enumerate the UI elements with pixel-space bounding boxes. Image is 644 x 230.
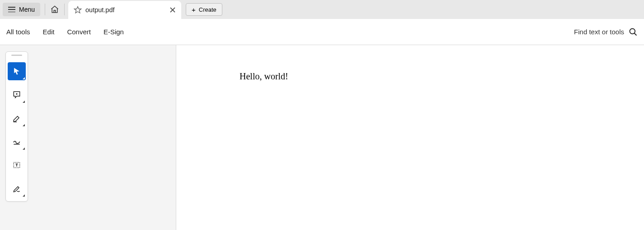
fill-sign-tool[interactable]	[8, 179, 26, 198]
svg-line-4	[635, 33, 637, 35]
search-label: Find text or tools	[574, 28, 624, 36]
comment-tool[interactable]	[8, 86, 26, 104]
home-icon	[50, 5, 59, 14]
text-box-icon	[12, 161, 21, 170]
separator	[64, 4, 65, 15]
search-icon	[629, 28, 638, 37]
tab-title: output.pdf	[85, 6, 165, 14]
hamburger-icon	[8, 7, 15, 12]
tool-panel	[5, 51, 28, 202]
select-tool[interactable]	[8, 62, 26, 80]
content-area: Hello, world!	[0, 45, 644, 230]
toolbar-item-edit[interactable]: Edit	[43, 28, 55, 36]
search-button[interactable]: Find text or tools	[574, 28, 638, 37]
draw-tool[interactable]	[8, 133, 26, 151]
drag-handle[interactable]	[11, 55, 22, 56]
create-label: Create	[199, 6, 216, 13]
sidebar-column	[0, 45, 176, 230]
toolbar-item-esign[interactable]: E-Sign	[103, 28, 124, 36]
text-box-tool[interactable]	[8, 156, 26, 174]
home-button[interactable]	[47, 3, 62, 16]
menu-label: Menu	[19, 6, 35, 13]
sign-icon	[12, 184, 21, 193]
separator	[45, 4, 45, 15]
document-page[interactable]: Hello, world!	[176, 45, 644, 230]
comment-icon	[12, 90, 21, 99]
highlight-tool[interactable]	[8, 109, 26, 127]
close-icon	[170, 7, 175, 13]
toolbar-item-convert[interactable]: Convert	[67, 28, 91, 36]
utility-toolbar: All tools Edit Convert E-Sign Find text …	[0, 19, 644, 45]
highlighter-icon	[12, 114, 21, 123]
create-button[interactable]: + Create	[186, 3, 222, 16]
draw-icon	[12, 137, 21, 146]
toolbar-item-all-tools[interactable]: All tools	[6, 28, 30, 36]
close-tab-button[interactable]	[169, 6, 177, 14]
tab-bar: Menu output.pdf + Create	[0, 0, 644, 19]
document-tab[interactable]: output.pdf	[68, 1, 181, 19]
star-icon	[74, 6, 82, 14]
plus-icon: +	[192, 6, 196, 13]
menu-button[interactable]: Menu	[3, 3, 40, 16]
cursor-icon	[12, 67, 21, 76]
svg-marker-0	[75, 7, 81, 13]
document-text: Hello, world!	[240, 71, 617, 82]
svg-point-3	[630, 28, 635, 34]
